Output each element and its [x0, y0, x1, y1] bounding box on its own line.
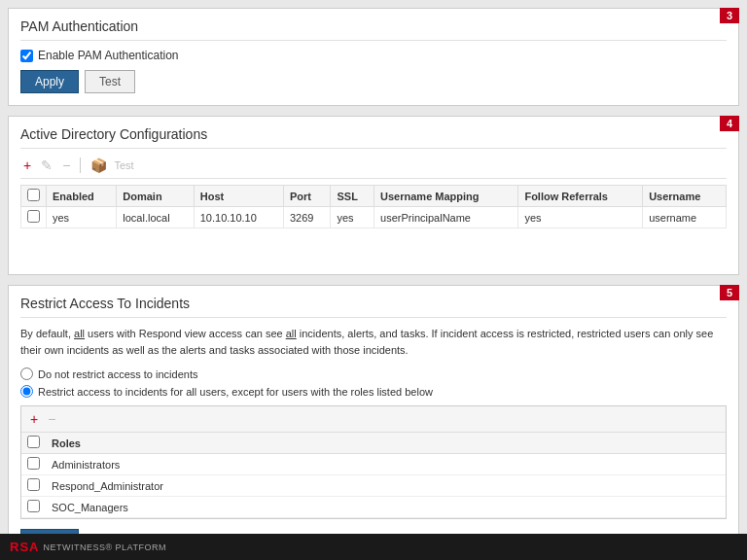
ad-col-ssl: SSL [331, 186, 374, 207]
ad-toolbar-sep [80, 158, 81, 173]
roles-add-icon[interactable]: + [27, 410, 41, 428]
ad-col-checkbox [21, 186, 47, 207]
restrict-all-highlight-2: all [286, 328, 297, 339]
roles-respond-checkbox[interactable] [27, 478, 40, 491]
radio-no-restrict-label: Do not restrict access to incidents [38, 368, 197, 380]
ad-badge: 4 [720, 116, 739, 131]
roles-respond-label: Respond_Administrator [46, 475, 726, 497]
ad-select-all-checkbox[interactable] [27, 189, 40, 201]
roles-toolbar: + − [21, 406, 726, 433]
roles-row-respond-admin[interactable]: Respond_Administrator [21, 475, 726, 497]
restrict-all-highlight-1: all [74, 328, 85, 339]
ad-row-select-checkbox[interactable] [27, 210, 40, 223]
ad-row-ssl: yes [331, 207, 374, 228]
roles-header-row: Roles [21, 433, 726, 454]
roles-row-admin-checkbox [21, 454, 46, 475]
ad-row-username-mapping: userPrincipalName [374, 207, 518, 228]
roles-select-all-checkbox[interactable] [27, 436, 40, 448]
radio-restrict-label: Restrict access to incidents for all use… [38, 386, 433, 398]
restrict-description: By default, all users with Respond view … [20, 326, 727, 358]
roles-col-name: Roles [46, 433, 726, 454]
roles-col-checkbox [21, 433, 46, 454]
ad-row-enabled: yes [47, 207, 117, 228]
pam-test-button[interactable]: Test [85, 70, 135, 93]
ad-remove-icon[interactable]: − [59, 157, 73, 174]
pam-badge: 3 [720, 8, 739, 23]
ad-col-host: Host [194, 186, 283, 207]
roles-container: + − Roles Administrators [20, 405, 727, 519]
ad-col-enabled: Enabled [47, 186, 117, 207]
ad-table-header-row: Enabled Domain Host Port SSL Username Ma… [21, 186, 727, 207]
ad-table-row[interactable]: yes local.local 10.10.10.10 3269 yes use… [21, 207, 727, 228]
roles-row-soc-checkbox [21, 497, 46, 518]
ad-test-label: Test [114, 159, 133, 171]
pam-button-row: Apply Test [20, 70, 727, 93]
radio-restrict-row: Restrict access to incidents for all use… [20, 385, 727, 398]
ad-title: Active Directory Configurations [20, 126, 727, 149]
ad-toolbar: + ✎ − 📦 Test [20, 157, 727, 179]
ad-table: Enabled Domain Host Port SSL Username Ma… [20, 185, 727, 228]
ad-test-icon: 📦 [88, 157, 110, 174]
ad-row-follow-referrals: yes [518, 207, 643, 228]
footer-rsa-text: RSA [10, 540, 39, 554]
main-content: 3 PAM Authentication Enable PAM Authenti… [0, 0, 747, 534]
footer-platform-text: NETWITNESS® PLATFORM [43, 542, 165, 552]
roles-admin-label: Administrators [46, 454, 726, 475]
ad-row-domain: local.local [117, 207, 194, 228]
ad-row-port: 3269 [283, 207, 331, 228]
footer: RSA NETWITNESS® PLATFORM [0, 534, 747, 560]
ad-edit-icon[interactable]: ✎ [38, 157, 55, 174]
roles-soc-checkbox[interactable] [27, 500, 40, 512]
ad-col-port: Port [283, 186, 331, 207]
pam-auth-section: 3 PAM Authentication Enable PAM Authenti… [8, 8, 739, 106]
radio-no-restrict[interactable] [20, 368, 33, 380]
pam-enable-checkbox[interactable] [20, 50, 33, 62]
ad-col-username: Username [643, 186, 727, 207]
ad-col-follow-referrals: Follow Referrals [518, 186, 643, 207]
ad-col-domain: Domain [117, 186, 194, 207]
ad-row-host: 10.10.10.10 [194, 207, 283, 228]
ad-row-username: username [643, 207, 727, 228]
radio-restrict[interactable] [20, 385, 33, 398]
roles-table: Roles Administrators Respond_Administrat… [21, 433, 726, 518]
pam-enable-row: Enable PAM Authentication [20, 49, 727, 62]
ad-table-wrap: Enabled Domain Host Port SSL Username Ma… [20, 185, 727, 262]
roles-row-soc-managers[interactable]: SOC_Managers [21, 497, 726, 518]
roles-soc-label: SOC_Managers [46, 497, 726, 518]
restrict-badge: 5 [720, 285, 739, 300]
pam-title: PAM Authentication [20, 18, 727, 41]
pam-enable-label: Enable PAM Authentication [38, 49, 179, 62]
footer-logo: RSA NETWITNESS® PLATFORM [10, 540, 166, 554]
restrict-access-section: 5 Restrict Access To Incidents By defaul… [8, 285, 739, 534]
ad-row-checkbox [21, 207, 47, 228]
radio-no-restrict-row: Do not restrict access to incidents [20, 368, 727, 380]
restrict-apply-row: Apply [20, 529, 727, 534]
pam-apply-button[interactable]: Apply [20, 70, 79, 93]
roles-remove-icon[interactable]: − [45, 410, 58, 428]
restrict-title: Restrict Access To Incidents [20, 296, 727, 318]
roles-row-respond-checkbox [21, 475, 46, 497]
active-directory-section: 4 Active Directory Configurations + ✎ − … [8, 116, 739, 275]
restrict-apply-button[interactable]: Apply [20, 529, 79, 534]
ad-col-username-mapping: Username Mapping [374, 186, 518, 207]
roles-row-administrators[interactable]: Administrators [21, 454, 726, 475]
ad-add-icon[interactable]: + [20, 157, 34, 174]
roles-admin-checkbox[interactable] [27, 457, 40, 470]
